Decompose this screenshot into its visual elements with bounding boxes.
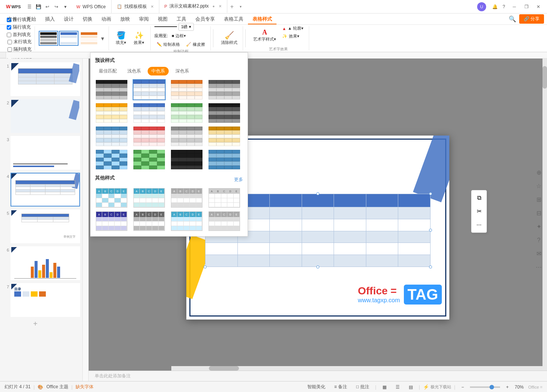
help-btn[interactable]: ? <box>500 3 508 11</box>
scrollbar-horizontal[interactable] <box>171 366 542 371</box>
style-cell-16[interactable] <box>208 149 241 170</box>
art-text-btn[interactable]: A 艺术字样式▾ <box>251 25 278 46</box>
user-avatar[interactable]: U <box>477 2 486 11</box>
ribbon-tab-design[interactable]: 设计 <box>59 14 78 24</box>
slide-img-7[interactable]: 目录 <box>11 283 80 317</box>
tab-add-btn[interactable]: + <box>227 3 237 10</box>
handle-br[interactable] <box>429 265 432 268</box>
other-cell-8[interactable]: A B C D E <box>208 211 241 232</box>
add-slide-btn[interactable]: + <box>2 319 69 328</box>
view-outline-btn[interactable]: ☰ <box>393 384 403 390</box>
alt-col-check[interactable]: 隔列填充 <box>8 46 32 53</box>
style-cell-9[interactable] <box>95 126 128 147</box>
alt-row-check[interactable]: 隔行填充 <box>7 24 31 30</box>
ribbon-tab-table-tool[interactable]: 表格工具 <box>219 14 248 24</box>
slide-thumb-7[interactable]: 7 目录 <box>2 282 81 318</box>
ribbon-tab-insert[interactable]: 插入 <box>41 14 59 24</box>
style-cell-6[interactable] <box>133 103 166 124</box>
tab-more-btn[interactable]: ▾ <box>237 5 245 9</box>
tab-doc[interactable]: P 演示文稿素材2.pptx ● ✕ <box>159 0 227 13</box>
slide-thumb-6[interactable]: 6 <box>2 246 81 281</box>
slide-thumb-4[interactable]: 4 <box>2 172 81 207</box>
slide-img-2[interactable] <box>11 99 80 133</box>
ribbon-tab-tools[interactable]: 工具 <box>172 14 191 24</box>
style-cell-7[interactable] <box>170 103 203 124</box>
close-btn[interactable]: ✕ <box>533 2 544 11</box>
notifications-btn[interactable]: 🔔 <box>491 3 499 11</box>
save-btn[interactable]: 💾 <box>34 3 42 11</box>
ai-beautify-btn[interactable]: 智能美化 <box>304 383 328 391</box>
notes-btn[interactable]: ≡ 备注 <box>331 383 350 391</box>
slide-thumb-5[interactable]: 5 举例文字 <box>2 209 81 244</box>
style-cell-10[interactable] <box>133 126 166 147</box>
style-cell-1[interactable] <box>95 79 128 100</box>
style-cell-14[interactable] <box>133 149 166 170</box>
float-layers-btn[interactable]: ⧉ <box>473 192 485 204</box>
slide-thumb-3[interactable]: 3 <box>2 135 81 170</box>
undo-btn[interactable]: ↩ <box>43 3 51 11</box>
style-preset-3[interactable] <box>79 31 99 46</box>
style-cell-3[interactable] <box>170 79 203 100</box>
view-slide-btn[interactable]: ▤ <box>406 384 416 390</box>
other-cell-3[interactable]: A B C D E <box>170 187 203 208</box>
redo-btn[interactable]: ↪ <box>52 3 60 11</box>
filter-medium[interactable]: 中色系 <box>148 67 169 75</box>
ribbon-tab-table-style[interactable]: 表格样式 <box>248 14 277 24</box>
ribbon-tab-file[interactable]: 文件 <box>3 14 22 24</box>
font-missing[interactable]: 缺失字体 <box>76 384 94 390</box>
handle-tr[interactable] <box>429 192 432 195</box>
other-cell-6[interactable]: A B C D E <box>133 211 166 232</box>
restore-btn[interactable]: ❐ <box>521 2 532 11</box>
zoom-in-btn[interactable]: + <box>503 384 512 390</box>
theme-name[interactable]: Office 主题 <box>46 384 68 390</box>
ribbon-tab-animation[interactable]: 动画 <box>97 14 116 24</box>
handle-mr[interactable] <box>429 229 432 232</box>
tab-template[interactable]: 📋 找模板模板 ✕ <box>112 0 159 13</box>
float-crop-btn[interactable]: ✂ <box>473 205 485 217</box>
draw-table-btn[interactable]: ✏️绘制表格 <box>154 41 182 48</box>
ribbon-tab-member[interactable]: 会员专享 <box>191 14 219 24</box>
eraser-btn[interactable]: 🧹橡皮擦 <box>184 41 207 48</box>
comments-btn[interactable]: □ 批注 <box>353 383 372 391</box>
more-qat-btn[interactable]: ▾ <box>61 3 70 11</box>
ribbon-tab-transition[interactable]: 切换 <box>78 14 97 24</box>
style-cell-12[interactable] <box>208 126 241 147</box>
style-preset-2[interactable] <box>59 31 79 46</box>
other-cell-4[interactable]: A B C D E <box>208 187 241 208</box>
slide-img-6[interactable] <box>11 246 80 280</box>
tab-template-close[interactable]: ✕ <box>151 5 154 9</box>
clear-style-btn[interactable]: 🧹 清除样式 <box>219 28 240 49</box>
filter-best[interactable]: 最佳匹配 <box>95 67 121 75</box>
zoom-out-btn[interactable]: − <box>458 384 467 390</box>
more-styles-link[interactable]: 更多 <box>234 176 243 183</box>
ribbon-tab-slideshow[interactable]: 放映 <box>116 14 134 24</box>
style-expand-btn[interactable]: ▾ <box>100 35 106 42</box>
scrollbar-vertical[interactable] <box>542 59 547 371</box>
ribbon-tab-start[interactable]: 开始 <box>22 14 41 24</box>
other-cell-7[interactable]: A B C D E <box>170 211 203 232</box>
style-preset-1[interactable] <box>39 31 58 46</box>
other-cell-2[interactable]: A B C D E <box>133 187 166 208</box>
slide-img-4[interactable] <box>11 173 80 207</box>
search-btn[interactable]: 🔍 <box>509 15 516 23</box>
other-cell-1[interactable]: A B C D E <box>95 187 128 208</box>
art-effect-btn[interactable]: ✨效果▾ <box>280 33 306 40</box>
float-more-btn[interactable]: ··· <box>473 219 485 231</box>
handle-bl[interactable] <box>204 265 207 268</box>
style-cell-4[interactable] <box>208 79 241 100</box>
style-cell-15[interactable] <box>170 149 203 170</box>
slide-img-5[interactable]: 举例文字 <box>11 210 80 243</box>
border-frame-btn[interactable]: ■ 边框▾ <box>169 32 188 39</box>
style-cell-5[interactable] <box>95 103 128 124</box>
notes-bar[interactable]: 单击此处添加备注 <box>89 371 547 381</box>
share-button[interactable]: 🔗 分享 <box>519 14 544 24</box>
ribbon-tab-view[interactable]: 视图 <box>153 14 172 24</box>
handle-tm[interactable] <box>316 192 319 195</box>
zoom-slider[interactable] <box>470 386 500 388</box>
slide-thumb-1[interactable]: 1 <box>2 62 81 97</box>
tab-wps[interactable]: W WPS Office <box>71 0 111 13</box>
effect-btn[interactable]: ✨ 效果▾ <box>131 28 147 49</box>
menu-btn[interactable]: ☰ <box>25 3 33 11</box>
minimize-btn[interactable]: ─ <box>509 2 520 11</box>
no-row-check[interactable]: 末行填充 <box>8 39 32 45</box>
